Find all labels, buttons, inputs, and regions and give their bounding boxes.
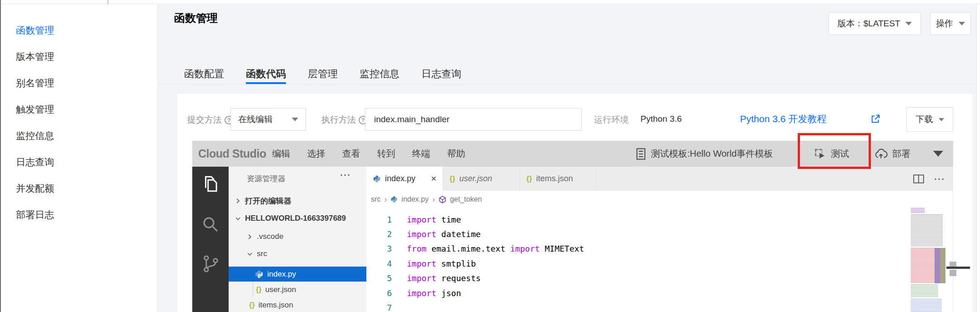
folder-row-vscode[interactable]: .vscode (229, 230, 366, 243)
search-icon[interactable] (201, 214, 220, 234)
deploy-button-label: 部署 (892, 148, 910, 160)
folder-row-src[interactable]: src (229, 248, 366, 260)
python-icon (255, 270, 264, 279)
editor-tab-items-json[interactable]: items.json (520, 167, 597, 191)
chevron-right-icon (384, 195, 387, 204)
right-scroll-strip[interactable] (976, 5, 980, 312)
menu-help[interactable]: 帮助 (447, 148, 465, 160)
test-template-button[interactable]: 测试模板:Hello World事件模板 (635, 141, 773, 167)
resize-handle-bar[interactable] (946, 267, 970, 269)
editor-tab-index-py[interactable]: index.py (366, 167, 443, 191)
editor-tab-bar: index.py user.json items.json (366, 167, 953, 191)
sidebar-item-trigger-management[interactable]: 触发管理 (16, 103, 54, 116)
more-actions-icon[interactable] (934, 173, 945, 185)
code-text: import datetime (407, 229, 481, 239)
code-text: from email.mime.text import MIMEText (407, 244, 584, 253)
sidebar-item-deploy-log[interactable]: 部署日志 (16, 208, 54, 222)
code-token: requests (436, 273, 481, 283)
minimap-block (911, 248, 945, 283)
tab-monitoring[interactable]: 监控信息 (360, 64, 400, 84)
handler-label-text: 执行方法 (321, 114, 356, 126)
file-row-index-py[interactable]: index.py (229, 267, 366, 282)
code-line: 4 import smtplib (366, 256, 907, 271)
code-area[interactable]: 1 import time 2 import datetime 3 from e… (366, 212, 907, 312)
tab-label: items.json (536, 174, 573, 183)
resize-handle[interactable] (950, 270, 956, 276)
code-line: 7 (366, 300, 907, 312)
line-number: 5 (366, 273, 392, 283)
deploy-button[interactable]: 部署 (874, 141, 910, 167)
chevron-right-icon (247, 234, 253, 240)
split-editor-icon[interactable] (913, 174, 925, 184)
close-icon[interactable] (431, 173, 436, 184)
chevron-right-icon (235, 198, 241, 204)
explorer-more-icon[interactable] (340, 168, 351, 181)
file-row-items-json[interactable]: items.json (229, 298, 366, 312)
sidebar-item-alias-management[interactable]: 别名管理 (16, 76, 54, 90)
minimap-block (911, 284, 938, 298)
download-dropdown[interactable]: 下载 (906, 107, 953, 132)
code-token: time (436, 215, 461, 224)
index-py-label: index.py (267, 270, 296, 279)
minimap[interactable] (909, 208, 949, 312)
page-title: 函数管理 (174, 11, 218, 25)
actions-dropdown[interactable]: 操作 (930, 12, 971, 35)
source-control-icon[interactable] (200, 253, 220, 275)
explorer-panel: 资源管理器 打开的编辑器 HELLOWORLD-1663397689 .vsco… (229, 167, 366, 312)
cloud-studio-logo: Cloud Studio (198, 147, 266, 160)
code-text: import requests (407, 273, 481, 283)
sidebar-item-version-management[interactable]: 版本管理 (16, 50, 54, 64)
sidebar-item-monitoring[interactable]: 监控信息 (16, 129, 54, 143)
editor-tab-user-json[interactable]: user.json (443, 167, 520, 191)
code-text: import time (407, 215, 461, 224)
chevron-down-icon (905, 22, 912, 25)
keyword: import (407, 259, 436, 268)
tab-log-query[interactable]: 日志查询 (421, 64, 461, 84)
json-icon (256, 286, 261, 294)
code-text: import json (407, 288, 461, 298)
minimap-block (911, 299, 942, 312)
menu-terminal[interactable]: 终端 (412, 148, 430, 160)
runtime-field: 运行环境 Python 3.6 (594, 114, 682, 126)
json-icon (450, 175, 455, 183)
download-label: 下载 (916, 114, 933, 125)
handler-input[interactable] (365, 108, 582, 131)
menu-edit[interactable]: 编辑 (272, 148, 290, 160)
vscode-folder-label: .vscode (257, 232, 284, 241)
sidebar-item-log-query[interactable]: 日志查询 (16, 155, 54, 169)
line-number: 6 (366, 288, 392, 298)
tab-function-code[interactable]: 函数代码 (246, 64, 286, 84)
test-button[interactable]: 测试 (814, 141, 849, 167)
external-link-icon (870, 114, 880, 124)
chevron-down-icon (235, 216, 241, 222)
keyword: import (510, 244, 540, 253)
tab-function-config[interactable]: 函数配置 (184, 64, 224, 84)
symbol-icon (439, 196, 446, 203)
breadcrumb-get-token[interactable]: get_token (450, 195, 482, 203)
breadcrumb-src[interactable]: src (371, 195, 380, 203)
folder-row-root[interactable]: HELLOWORLD-1663397689 (229, 212, 366, 225)
menu-goto[interactable]: 转到 (377, 148, 395, 160)
top-strip-divider (108, 0, 108, 4)
tutorial-link[interactable]: Python 3.6 开发教程 (740, 113, 880, 125)
sidebar: 函数管理 版本管理 别名管理 触发管理 监控信息 日志查询 并发配额 部署日志 (1, 5, 158, 312)
tab-layer-management[interactable]: 层管理 (308, 64, 338, 84)
menu-view[interactable]: 查看 (342, 148, 360, 160)
line-number: 4 (366, 259, 392, 268)
submit-method-select[interactable]: 在线编辑 (230, 108, 306, 131)
file-row-user-json[interactable]: user.json (229, 283, 366, 297)
cloud-studio-toolbar: Cloud Studio 编辑 选择 查看 转到 终端 帮助 测试模板:Hell… (192, 141, 953, 167)
line-number: 7 (366, 303, 392, 312)
version-dropdown[interactable]: 版本：$LATEST (829, 12, 921, 35)
code-line: 3 from email.mime.text import MIMEText (366, 242, 907, 256)
explorer-files-icon[interactable] (201, 174, 220, 194)
menu-select[interactable]: 选择 (307, 148, 325, 160)
sidebar-item-concurrency-quota[interactable]: 并发配额 (16, 182, 54, 195)
open-editors-row[interactable]: 打开的编辑器 (229, 194, 366, 208)
sidebar-item-function-management[interactable]: 函数管理 (16, 24, 54, 37)
submit-method-label-text: 提交方法 (187, 114, 222, 126)
function-tab-bar: 函数配置 函数代码 层管理 监控信息 日志查询 (158, 64, 976, 84)
document-icon (635, 148, 646, 160)
breadcrumb-index-py[interactable]: index.py (401, 195, 429, 203)
toolbar-expand-button[interactable] (933, 141, 943, 167)
